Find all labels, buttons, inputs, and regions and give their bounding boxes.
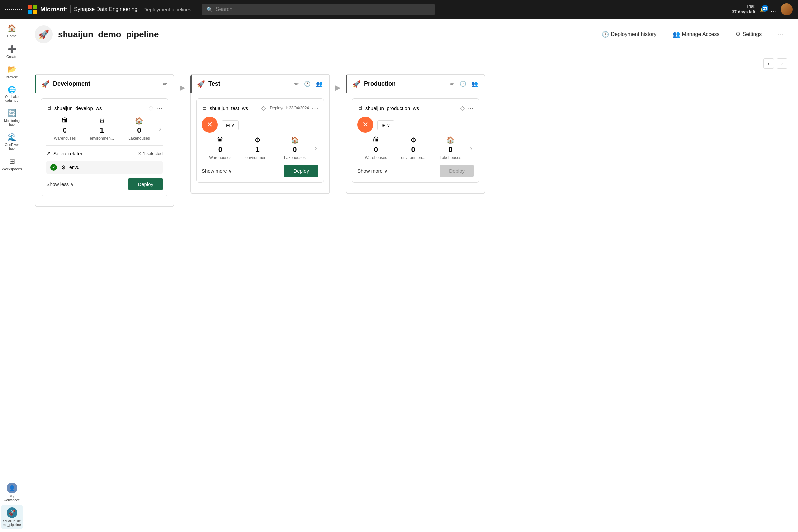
prod-pipeline-ctrl-button[interactable]: ⊞ ∨ xyxy=(377,120,394,130)
test-show-toggle-button[interactable]: Show more ∨ xyxy=(202,166,232,176)
workspaces-icon: ⊞ xyxy=(9,157,15,166)
brand-divider xyxy=(71,5,71,13)
avatar[interactable] xyxy=(781,3,793,15)
nav-next-button[interactable]: › xyxy=(777,58,787,69)
stage-test-actions: ✏ 🕐 👥 xyxy=(293,79,324,89)
stage-test-history-button[interactable]: 🕐 xyxy=(303,79,312,89)
env-item-env0[interactable]: ✓ ⚙ env0 xyxy=(46,160,163,174)
trial-label: Trial: xyxy=(732,4,756,9)
sidebar-bottom: 👤 Myworkspace 🚀 shuaijun_demo_pipeline xyxy=(1,480,23,529)
sidebar-item-pipeline-label: shuaijun_demo_pipeline xyxy=(3,519,21,527)
nav-prev-button[interactable]: ‹ xyxy=(763,58,774,69)
brand-name: Microsoft xyxy=(40,6,67,13)
stage-test-edit-button[interactable]: ✏ xyxy=(293,79,300,89)
prod-show-toggle-button[interactable]: Show more ∨ xyxy=(358,166,388,176)
manage-access-icon: 👥 xyxy=(673,31,680,38)
sidebar-item-create-label: Create xyxy=(6,55,17,58)
dev-show-chevron: ∧ xyxy=(70,181,74,187)
test-stat-lakehouses: 🏠 0 Lakehouses xyxy=(276,136,314,160)
dev-lakehouse-icon: 🏠 xyxy=(135,117,143,125)
topnav-right: Trial: 37 days left 🔔 23 ... xyxy=(732,3,793,15)
dev-ws-menu-button[interactable]: ⋯ xyxy=(156,104,163,112)
dev-deploy-button[interactable]: Deploy xyxy=(128,178,163,190)
test-pipeline-controls: ⊞ ∨ xyxy=(222,120,239,130)
prod-ws-icon: 🖥 xyxy=(358,105,363,111)
sidebar-item-browse-label: Browse xyxy=(6,75,18,79)
test-deployed-text: Deployed: 23/04/2024 xyxy=(270,106,309,110)
prod-env-icon: ⚙ xyxy=(410,136,416,144)
oneriver-icon: 🌊 xyxy=(7,133,16,141)
avatar-image xyxy=(781,3,793,15)
create-icon: ➕ xyxy=(7,44,16,53)
search-input[interactable] xyxy=(216,6,430,12)
notification-button[interactable]: 🔔 23 xyxy=(760,7,766,12)
sidebar-item-oneriver[interactable]: 🌊 OneRiverhub xyxy=(1,130,23,153)
dev-bottom-actions: Show less ∧ Deploy xyxy=(46,178,163,190)
test-ws-header: 🖥 shuaijun_test_ws ◇ Deployed: 23/04/202… xyxy=(202,104,318,112)
page-more-button[interactable]: ··· xyxy=(774,28,787,41)
test-workspace-card: 🖥 shuaijun_test_ws ◇ Deployed: 23/04/202… xyxy=(196,98,324,183)
prod-ws-header: 🖥 shuaijun_production_ws ◇ ⋯ xyxy=(358,104,474,112)
sidebar-item-my-workspace[interactable]: 👤 Myworkspace xyxy=(1,480,23,505)
test-spinner-area: ✕ ⊞ ∨ xyxy=(202,117,318,133)
stage-prod-actions: ✏ 🕐 👥 xyxy=(449,79,479,89)
section-name: Deployment pipelines xyxy=(143,7,191,12)
stage-prod-access-button[interactable]: 👥 xyxy=(470,79,479,89)
test-pipeline-ctrl-button[interactable]: ⊞ ∨ xyxy=(222,120,239,130)
search-bar[interactable]: 🔍 xyxy=(202,4,435,15)
clear-selection-button[interactable]: ✕ 1 selected xyxy=(138,151,163,156)
settings-button[interactable]: ⚙ Settings xyxy=(732,28,766,41)
env-name: env0 xyxy=(70,165,79,170)
sidebar-item-workspaces[interactable]: ⊞ Workspaces xyxy=(1,154,23,174)
manage-access-button[interactable]: 👥 Manage Access xyxy=(669,28,723,41)
stage-dev-edit-button[interactable]: ✏ xyxy=(161,79,168,89)
dev-env-value: 1 xyxy=(100,126,104,135)
stages-row: 🚀 Development ✏ 🖥 shuaijun_develop_ws ◇ xyxy=(35,74,787,207)
stage-prod-history-button[interactable]: 🕐 xyxy=(458,79,468,89)
sidebar-item-onelake-label: OneLakedata hub xyxy=(5,95,19,102)
test-stats-arrow[interactable]: › xyxy=(313,144,318,152)
dev-show-toggle-button[interactable]: Show less ∧ xyxy=(46,179,74,189)
sidebar-item-home[interactable]: 🏠 Home xyxy=(1,21,23,41)
pipeline-ctrl-dropdown: ∨ xyxy=(231,123,234,128)
prod-env-label: environmen... xyxy=(401,155,425,160)
more-options-button[interactable]: ... xyxy=(771,6,776,13)
prod-stat-environments: ⚙ 0 environmen... xyxy=(395,136,432,160)
stage-prod-header: 🚀 Production ✏ 🕐 👥 xyxy=(346,74,486,93)
prod-bottom-actions: Show more ∨ Deploy xyxy=(358,165,474,177)
test-ws-menu-button[interactable]: ⋯ xyxy=(311,104,318,112)
test-ws-name: shuaijun_test_ws xyxy=(210,106,259,111)
sidebar-item-onelake[interactable]: 🌐 OneLakedata hub xyxy=(1,83,23,105)
deployment-history-button[interactable]: 🕐 Deployment history xyxy=(598,28,661,41)
stage-prod-edit-button[interactable]: ✏ xyxy=(449,79,456,89)
test-deploy-button[interactable]: Deploy xyxy=(284,165,318,177)
test-lakehouse-label: Lakehouses xyxy=(284,155,306,160)
nav-arrows: ‹ › xyxy=(35,58,787,69)
sidebar-item-create[interactable]: ➕ Create xyxy=(1,42,23,61)
sidebar-item-pipeline[interactable]: 🚀 shuaijun_demo_pipeline xyxy=(1,505,23,529)
sidebar-item-monitoring-label: Monitoringhub xyxy=(4,119,20,126)
prod-stats-arrow[interactable]: › xyxy=(469,144,474,152)
prod-deploy-button[interactable]: Deploy xyxy=(440,165,474,177)
stage-arrow-test-prod: ▶ xyxy=(330,74,346,92)
prod-ws-name: shuaijun_production_ws xyxy=(365,106,457,111)
prod-ws-menu-button[interactable]: ⋯ xyxy=(467,104,474,112)
stage-test-access-button[interactable]: 👥 xyxy=(315,79,324,89)
stage-prod-name: Production xyxy=(364,80,445,88)
prod-show-label: Show more xyxy=(358,168,383,174)
stage-test-name: Test xyxy=(208,80,290,88)
prod-stats-row: 🏛 0 Warehouses ⚙ 0 environmen... xyxy=(358,136,474,160)
sidebar-item-my-workspace-label: Myworkspace xyxy=(4,495,20,502)
prod-lakehouse-icon: 🏠 xyxy=(446,136,455,144)
test-env-label: environmen... xyxy=(245,155,270,160)
test-warehouse-value: 0 xyxy=(218,145,223,154)
prod-warehouse-label: Warehouses xyxy=(365,155,387,160)
trial-days: 37 days left xyxy=(732,9,756,15)
dev-stats-arrow[interactable]: › xyxy=(158,125,163,133)
sidebar-item-browse[interactable]: 📂 Browse xyxy=(1,62,23,82)
prod-pipeline-ctrl-icon: ⊞ xyxy=(382,123,386,128)
sidebar-item-monitoring[interactable]: 🔄 Monitoringhub xyxy=(1,107,23,129)
settings-label: Settings xyxy=(743,31,762,37)
app-grid-icon[interactable] xyxy=(5,9,22,10)
deployment-history-label: Deployment history xyxy=(611,31,657,37)
